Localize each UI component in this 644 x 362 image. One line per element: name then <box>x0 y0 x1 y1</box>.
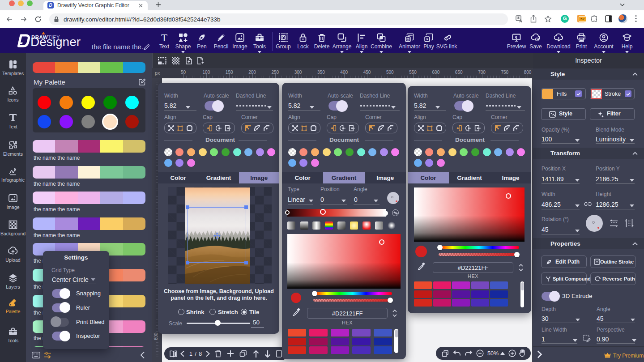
svg-text:T: T <box>161 33 167 42</box>
